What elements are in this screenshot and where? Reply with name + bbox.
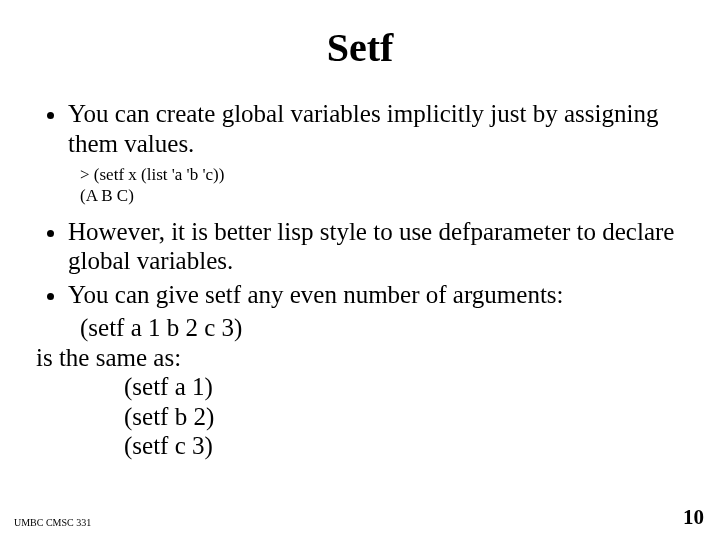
- bullet-1: You can create global variables implicit…: [68, 99, 684, 158]
- code-line: > (setf x (list 'a 'b 'c)): [80, 164, 684, 185]
- example-line: (setf a 1 b 2 c 3): [80, 313, 684, 343]
- text-line: is the same as:: [36, 343, 684, 373]
- footer-left: UMBC CMSC 331: [14, 517, 91, 528]
- slide-title: Setf: [36, 24, 684, 71]
- bullet-list: You can create global variables implicit…: [68, 99, 684, 158]
- bullet-2: However, it is better lisp style to use …: [68, 217, 684, 276]
- code-line: (A B C): [80, 185, 684, 206]
- example-line: (setf a 1): [124, 372, 684, 402]
- bullet-list-2: However, it is better lisp style to use …: [68, 217, 684, 310]
- code-example-1: > (setf x (list 'a 'b 'c)) (A B C): [80, 164, 684, 207]
- slide: Setf You can create global variables imp…: [0, 0, 720, 540]
- bullet-3: You can give setf any even number of arg…: [68, 280, 684, 310]
- example-line: (setf b 2): [124, 402, 684, 432]
- example-line: (setf c 3): [124, 431, 684, 461]
- slide-number: 10: [683, 505, 704, 530]
